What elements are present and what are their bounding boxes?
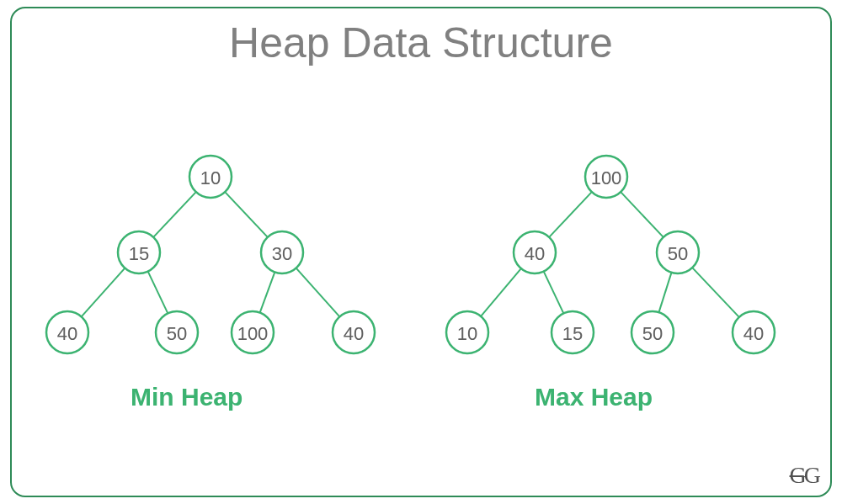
tree-edge	[549, 192, 592, 237]
tree-edge	[659, 273, 672, 312]
node-value: 40	[344, 323, 364, 344]
min-heap-node: 40	[333, 311, 375, 353]
node-value: 100	[591, 167, 622, 188]
edges-layer	[82, 192, 739, 317]
node-value: 30	[272, 243, 292, 264]
max-heap-node: 40	[514, 231, 556, 273]
node-value: 15	[129, 243, 149, 264]
node-value: 10	[457, 323, 477, 344]
min-heap-caption: Min Heap	[131, 383, 242, 411]
min-heap-node: 30	[261, 231, 303, 273]
node-value: 40	[743, 323, 764, 344]
max-heap-node: 15	[552, 311, 594, 353]
logo-part-1: G	[790, 462, 804, 488]
min-heap-node: 100	[232, 311, 274, 353]
tree-edge	[296, 268, 340, 317]
node-value: 50	[167, 323, 187, 344]
max-heap-node: 50	[632, 311, 674, 353]
min-heap-node: 40	[46, 311, 88, 353]
logo-part-2: G	[804, 462, 818, 488]
max-heap-node: 100	[585, 156, 627, 198]
min-heap-node: 10	[189, 156, 232, 198]
min-heap-node: 15	[118, 231, 160, 273]
min-heap-node: 50	[156, 311, 198, 353]
max-heap-caption: Max Heap	[535, 383, 653, 411]
max-heap-node: 50	[657, 231, 699, 273]
node-value: 50	[642, 323, 663, 344]
tree-edge	[148, 272, 168, 314]
max-heap-node: 10	[446, 311, 488, 353]
max-heap-node: 40	[733, 311, 775, 353]
node-value: 10	[200, 167, 221, 188]
node-value: 50	[668, 243, 688, 264]
tree-edge	[82, 268, 125, 317]
tree-edge	[153, 192, 196, 237]
node-value: 100	[237, 323, 269, 344]
tree-edge	[621, 192, 663, 237]
tree-edge	[692, 268, 739, 317]
tree-edge	[260, 272, 275, 312]
nodes-layer: 101530405010040100405010155040	[46, 156, 775, 353]
node-value: 40	[525, 243, 545, 264]
node-value: 40	[57, 323, 77, 344]
tree-edge	[225, 192, 268, 237]
node-value: 15	[562, 323, 583, 344]
tree-edge	[544, 272, 564, 314]
site-logo: GG	[790, 462, 818, 489]
heap-trees-svg: 101530405010040100405010155040	[0, 0, 842, 504]
tree-edge	[481, 268, 521, 316]
